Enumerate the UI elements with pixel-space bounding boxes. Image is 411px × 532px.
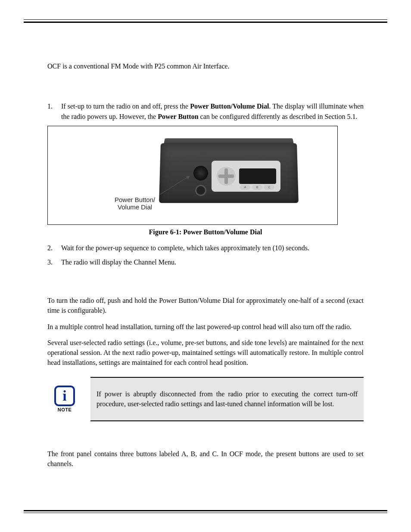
- display-screen-icon: [239, 168, 276, 184]
- intro-paragraph: OCF is a conventional FM Mode with P25 c…: [47, 62, 364, 71]
- step-number: 2.: [47, 243, 61, 253]
- radio-illustration: A B C: [160, 134, 298, 216]
- figure-caption: Figure 6-1: Power Button/Volume Dial: [47, 228, 364, 236]
- step-number: 3.: [47, 257, 61, 267]
- front-panel: A B C: [212, 161, 280, 192]
- preset-paragraph: The front panel contains three buttons l…: [47, 449, 364, 469]
- connector-icon: [195, 185, 206, 196]
- turnoff-p3: Several user-selected radio settings (i.…: [47, 338, 364, 368]
- figure-6-1: A B C Power Button/ Volume Dial: [47, 126, 338, 225]
- step-body: If set-up to turn the radio on and off, …: [61, 101, 364, 121]
- note-block: i NOTE If power is abruptly disconnected…: [47, 377, 364, 421]
- turnoff-p2: In a multiple control head installation,…: [47, 322, 364, 332]
- header-rule-thick: [24, 22, 387, 23]
- bold-power-button: Power Button: [158, 113, 198, 120]
- bold-power-volume: Power Button/Volume Dial: [190, 103, 269, 110]
- note-text: If power is abruptly disconnected from t…: [90, 377, 364, 421]
- step-3: 3. The radio will display the Channel Me…: [47, 257, 364, 267]
- turnoff-p1: To turn the radio off, push and hold the…: [47, 296, 364, 315]
- step-body: The radio will display the Channel Menu.: [61, 257, 364, 267]
- step-2: 2. Wait for the power-up sequence to com…: [47, 243, 364, 253]
- dpad-icon: [217, 167, 236, 186]
- footer-rules: [24, 510, 387, 515]
- header-rule-thin: [24, 19, 387, 20]
- note-icon-cell: i NOTE: [47, 377, 82, 421]
- power-on-steps-continued: 2. Wait for the power-up sequence to com…: [47, 243, 364, 267]
- power-on-steps: 1. If set-up to turn the radio on and of…: [47, 101, 364, 121]
- step-1: 1. If set-up to turn the radio on and of…: [47, 101, 364, 121]
- step-number: 1.: [47, 101, 61, 121]
- button-c-icon: C: [264, 185, 274, 190]
- button-b-icon: B: [252, 185, 262, 190]
- footer-rule-thin: [24, 513, 387, 513]
- page-content: OCF is a conventional FM Mode with P25 c…: [24, 62, 387, 469]
- abc-buttons: A B C: [240, 185, 274, 190]
- button-a-icon: A: [240, 185, 250, 190]
- info-icon: i: [54, 386, 75, 406]
- note-label: NOTE: [58, 407, 72, 412]
- callout-label: Power Button/ Volume Dial: [115, 196, 155, 211]
- power-volume-knob-icon: [193, 166, 208, 180]
- step-body: Wait for the power-up sequence to comple…: [61, 243, 364, 253]
